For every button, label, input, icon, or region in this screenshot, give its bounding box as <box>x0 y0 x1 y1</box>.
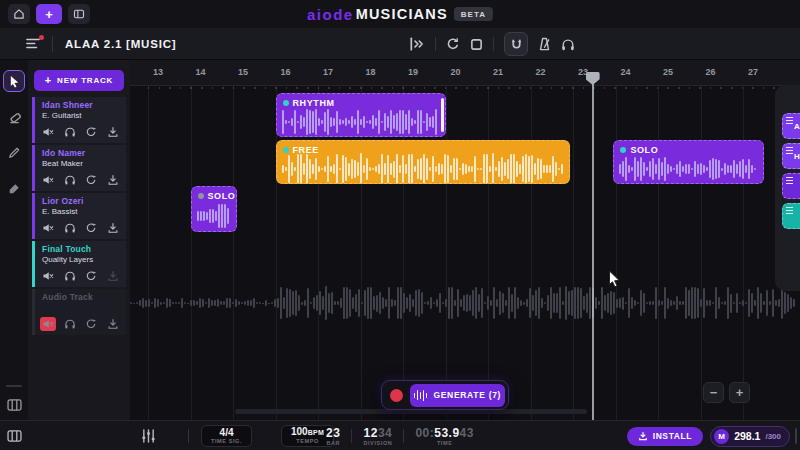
mute-icon[interactable] <box>40 221 56 235</box>
waveform-bar <box>688 164 690 175</box>
download-icon[interactable] <box>105 173 121 187</box>
new-track-button[interactable]: + NEW TRACK <box>34 70 124 91</box>
waveform-bar <box>324 166 326 172</box>
new-project-button[interactable]: + <box>36 4 62 24</box>
mute-icon[interactable] <box>40 125 56 139</box>
loop-icon[interactable] <box>83 125 99 139</box>
waveform-bar <box>643 162 645 176</box>
waveform-bar <box>187 303 189 304</box>
waveform-bar <box>415 290 417 316</box>
headphones-icon[interactable] <box>62 173 78 187</box>
clip-solo[interactable]: SOLO <box>613 140 764 184</box>
waveform-bar <box>465 164 467 173</box>
waveform-bar <box>499 291 501 314</box>
track-row[interactable]: Final Touch Quality Layers <box>32 241 126 287</box>
loop-icon[interactable] <box>83 269 99 283</box>
track-row[interactable]: Lior Ozeri E. Bassist <box>32 193 126 239</box>
waveform-bar <box>565 286 567 319</box>
waveform-bar <box>328 293 330 312</box>
waveform-bar <box>561 164 563 174</box>
waveform-bar <box>181 298 183 308</box>
clip-free[interactable]: FREE <box>276 140 571 184</box>
waveform-bar <box>372 168 374 170</box>
waveform-bar <box>766 290 768 315</box>
generate-button[interactable]: GENERATE (7) <box>410 384 505 407</box>
waveform-bar <box>634 300 636 307</box>
waveform-bar <box>520 300 522 306</box>
headphones-icon[interactable] <box>62 221 78 235</box>
cursor-tool-button[interactable] <box>3 70 25 92</box>
waveform-bar <box>403 293 405 314</box>
waveform-bar <box>429 117 431 126</box>
waveform-bar <box>427 301 429 304</box>
waveform-bar <box>271 302 273 304</box>
waveform-bar <box>727 165 729 173</box>
piano-view-button[interactable] <box>7 430 22 442</box>
download-icon[interactable] <box>105 317 121 331</box>
headphones-icon[interactable] <box>62 317 78 331</box>
mute-icon[interactable] <box>40 269 56 283</box>
mute-icon[interactable] <box>40 173 56 187</box>
track-row[interactable]: Ido Namer Beat Maker <box>32 145 126 191</box>
metronome-button[interactable] <box>538 37 551 51</box>
loop-icon[interactable] <box>83 173 99 187</box>
library-card[interactable] <box>782 203 800 229</box>
brush-tool-button[interactable] <box>3 178 25 200</box>
waveform-bar <box>178 302 180 305</box>
mixer-button[interactable] <box>141 429 156 443</box>
loop-icon[interactable] <box>83 221 99 235</box>
clip-solo[interactable]: SOLO <box>191 186 238 232</box>
headphones-monitor-button[interactable] <box>561 38 575 51</box>
timeline[interactable]: 131415161718192021222324252627 RHYTHMFRE… <box>130 60 800 420</box>
waveform-bar <box>420 110 422 134</box>
toggle-panel-button[interactable] <box>68 4 90 24</box>
download-icon[interactable] <box>105 125 121 139</box>
waveform-bar <box>381 154 383 184</box>
download-icon[interactable] <box>105 221 121 235</box>
waveform-bar <box>318 118 320 127</box>
home-button[interactable] <box>8 4 30 24</box>
timeline-ruler[interactable]: 131415161718192021222324252627 <box>130 60 800 86</box>
audio-track-waveform[interactable] <box>130 285 800 321</box>
track-row[interactable]: Audio Track <box>32 289 126 335</box>
pen-tool-button[interactable] <box>3 142 25 164</box>
logo-musicians: MUSICIANS <box>356 6 448 22</box>
piano-roll-button[interactable] <box>3 394 25 416</box>
eraser-tool-button[interactable] <box>3 106 25 128</box>
waveform-bar <box>226 298 228 308</box>
zoom-out-button[interactable]: − <box>703 382 724 403</box>
bar-number: 20 <box>451 67 461 77</box>
time-signature-control[interactable]: 4/4 TIME SIG. <box>201 425 252 447</box>
clip-resize-handle[interactable] <box>441 98 444 132</box>
stop-button[interactable] <box>470 38 483 51</box>
waveform-bar <box>200 211 202 221</box>
waveform-bar <box>739 161 741 177</box>
waveform-bar <box>459 168 461 170</box>
snap-magnet-button[interactable] <box>504 32 528 56</box>
follow-playhead-button[interactable] <box>408 37 425 51</box>
library-card[interactable] <box>782 173 800 199</box>
waveform-bar <box>673 301 675 305</box>
library-card[interactable]: AM <box>782 113 800 139</box>
grid-line <box>616 60 617 420</box>
credits-meter[interactable]: M 298.1 /300 <box>710 426 790 447</box>
install-button[interactable]: INSTALL <box>627 427 703 446</box>
track-row[interactable]: Idan Shneer E. Guitarist <box>32 97 126 143</box>
loop-icon[interactable] <box>83 317 99 331</box>
waveform-bar <box>211 300 213 305</box>
headphones-icon[interactable] <box>62 125 78 139</box>
track-subtitle: E. Bassist <box>42 207 122 216</box>
waveform-bar <box>324 112 326 132</box>
loop-cycle-button[interactable] <box>446 37 460 51</box>
download-icon[interactable] <box>105 269 121 283</box>
waveform-bar <box>345 157 347 182</box>
headphones-icon[interactable] <box>62 269 78 283</box>
library-card[interactable]: HA <box>782 143 800 169</box>
mute-icon[interactable] <box>40 317 56 331</box>
clip-rhythm[interactable]: RHYTHM <box>276 93 446 137</box>
record-button[interactable] <box>390 389 403 402</box>
waveform-bar <box>513 154 515 184</box>
zoom-in-button[interactable]: + <box>729 382 750 403</box>
waveform-bar <box>306 154 308 184</box>
project-menu-button[interactable] <box>26 38 40 49</box>
